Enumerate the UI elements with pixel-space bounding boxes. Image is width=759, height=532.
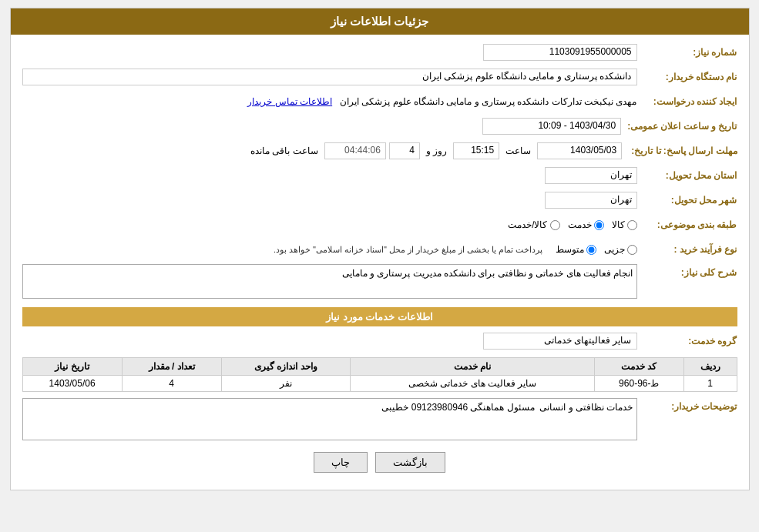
sharh-container: انجام فعالیت های خدماتی و نظافتی برای دا…	[22, 264, 637, 301]
cell-code: ط-96-960	[595, 376, 684, 392]
shahr-value: تهران	[545, 192, 637, 209]
noe-farayand-text: پرداخت تمام یا بخشی از مبلغ خریدار از مح…	[274, 245, 543, 255]
tabaqe-khedmat-radio[interactable]	[594, 220, 604, 230]
shahr-row: شهر محل تحویل: تهران	[22, 190, 737, 210]
gorohe-row: گروه خدمت: سایر فعالیتهای خدماتی	[22, 331, 737, 351]
col-code: کد خدمت	[595, 358, 684, 376]
col-unit: واحد اندازه گیری	[221, 358, 350, 376]
sharh-row: شرح کلی نیاز: انجام فعالیت های خدماتی و …	[22, 264, 737, 301]
tabaqe-kala-radio[interactable]	[627, 220, 637, 230]
tabaqe-radio-group: کالا خدمت کالا/خدمت	[508, 219, 636, 230]
col-date: تاریخ نیاز	[22, 358, 122, 376]
tabaqe-kala-khedmat: کالا/خدمت	[508, 219, 559, 230]
tabaqe-kala-label: کالا	[612, 219, 625, 230]
tarikh-label: تاریخ و ساعت اعلان عمومی:	[621, 121, 737, 132]
tarikh-value: 1403/04/30 - 10:09	[482, 118, 621, 135]
services-table: ردیف کد خدمت نام خدمت واحد اندازه گیری ت…	[22, 357, 737, 392]
mohlat-roz: 4	[389, 142, 420, 159]
noe-motavasset-label: متوسط	[556, 244, 584, 255]
noe-motavasset: متوسط	[556, 244, 596, 255]
cell-count: 4	[122, 376, 221, 392]
ostan-label: استان محل تحویل:	[637, 170, 737, 181]
buttons-row: بازگشت چاپ	[22, 452, 737, 473]
cell-unit: نفر	[221, 376, 350, 392]
services-section-title: اطلاعات خدمات مورد نیاز	[22, 307, 737, 326]
gorohe-label: گروه خدمت:	[637, 336, 737, 346]
cell-name: سایر فعالیت های خدماتی شخصی	[351, 376, 595, 392]
tabaqe-khedmat-label: خدمت	[568, 219, 592, 230]
noe-farayand-row: نوع فرآیند خرید : جزیی متوسط پرداخت تمام…	[22, 239, 737, 259]
roz-label: روز و	[423, 146, 450, 156]
ostan-row: استان محل تحویل: تهران	[22, 166, 737, 186]
table-row: 1 ط-96-960 سایر فعالیت های خدماتی شخصی ن…	[22, 376, 737, 392]
tosihaat-textarea[interactable]: خدمات نظافتی و انسانی مسئول هماهنگی 0912…	[22, 398, 637, 440]
col-radif: ردیف	[683, 358, 737, 376]
page-title: جزئیات اطلاعات نیاز	[331, 15, 428, 28]
shomara-niaz-value: 1103091955000005	[483, 44, 637, 61]
tosihaat-label: توضیحات خریدار:	[637, 398, 737, 412]
page-wrapper: جزئیات اطلاعات نیاز شماره نیاز: 11030919…	[10, 8, 750, 490]
noe-motavasset-radio[interactable]	[586, 245, 596, 255]
sharh-textarea[interactable]: انجام فعالیت های خدماتی و نظافتی برای دا…	[22, 264, 637, 299]
mohlat-baqi: ساعت باقی مانده	[247, 146, 321, 156]
saat-label: ساعت	[502, 146, 534, 156]
ettelaat-tamas-link[interactable]: اطلاعات تماس خریدار	[247, 96, 332, 107]
gorohe-value: سایر فعالیتهای خدماتی	[483, 333, 637, 350]
tabaqe-label: طبقه بندی موضوعی:	[637, 219, 737, 230]
noe-jozi-radio[interactable]	[627, 245, 637, 255]
shomara-niaz-row: شماره نیاز: 1103091955000005	[22, 42, 737, 62]
noe-farayand-label: نوع فرآیند خرید :	[637, 244, 737, 255]
print-button[interactable]: چاپ	[314, 452, 368, 473]
mohlat-saat: 15:15	[453, 142, 499, 159]
services-table-container: ردیف کد خدمت نام خدمت واحد اندازه گیری ت…	[22, 357, 737, 392]
table-header-row: ردیف کد خدمت نام خدمت واحد اندازه گیری ت…	[22, 358, 737, 376]
page-header: جزئیات اطلاعات نیاز	[11, 8, 749, 35]
cell-radif: 1	[683, 376, 737, 392]
tosihaat-row: توضیحات خریدار: خدمات نظافتی و انسانی مس…	[22, 398, 737, 443]
ijad-konande-value: مهدی نیکبخت تدارکات دانشکده پرستاری و ما…	[22, 95, 637, 109]
col-name: نام خدمت	[351, 358, 595, 376]
ijad-konande-row: ایجاد کننده درخواست: مهدی نیکبخت تدارکات…	[22, 92, 737, 112]
tarikh-row: تاریخ و ساعت اعلان عمومی: 1403/04/30 - 1…	[22, 116, 737, 136]
tabaqe-kala: کالا	[612, 219, 637, 230]
nam-dastgah-value: دانشکده پرستاری و مامایی دانشگاه علوم پز…	[22, 69, 637, 85]
shomara-niaz-label: شماره نیاز:	[637, 47, 737, 58]
nam-dastgah-label: نام دستگاه خریدار:	[637, 72, 737, 82]
tabaqe-kala-khedmat-radio[interactable]	[550, 220, 560, 230]
back-button[interactable]: بازگشت	[375, 452, 445, 473]
noe-farayand-radio-group: جزیی متوسط	[556, 244, 637, 255]
content-area: شماره نیاز: 1103091955000005 نام دستگاه …	[11, 35, 749, 490]
ijad-konande-label: ایجاد کننده درخواست:	[637, 96, 737, 107]
col-count: تعداد / مقدار	[122, 358, 221, 376]
noe-jozi: جزیی	[604, 244, 637, 255]
mohlat-row: مهلت ارسال پاسخ: تا تاریخ: 1403/05/03 سا…	[22, 141, 737, 161]
noe-jozi-label: جزیی	[604, 244, 625, 255]
tosihaat-container: خدمات نظافتی و انسانی مسئول هماهنگی 0912…	[22, 398, 637, 443]
shahr-label: شهر محل تحویل:	[637, 195, 737, 206]
ostan-value: تهران	[545, 167, 637, 184]
tabaqe-khedmat: خدمت	[568, 219, 604, 230]
nam-dastgah-row: نام دستگاه خریدار: دانشکده پرستاری و مام…	[22, 67, 737, 87]
mohlat-label: مهلت ارسال پاسخ: تا تاریخ:	[625, 146, 737, 156]
mohlat-mande: 04:44:06	[324, 142, 386, 159]
tabaqe-kala-khedmat-label: کالا/خدمت	[508, 219, 547, 230]
mohlat-date: 1403/05/03	[537, 142, 622, 159]
tabaqe-row: طبقه بندی موضوعی: کالا خدمت کالا/خدمت	[22, 215, 737, 235]
sharh-label: شرح کلی نیاز:	[637, 264, 737, 278]
cell-date: 1403/05/06	[22, 376, 122, 392]
